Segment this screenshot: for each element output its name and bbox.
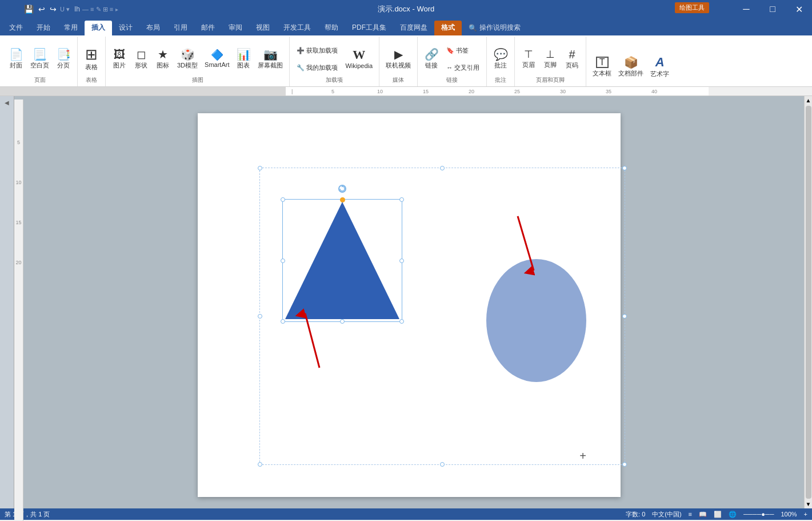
- tab-format[interactable]: 格式: [434, 21, 462, 35]
- triangle-shape[interactable]: [282, 199, 402, 322]
- zoom-slider[interactable]: ────●──: [743, 511, 774, 518]
- tab-mailings[interactable]: 邮件: [194, 21, 222, 35]
- vertical-scrollbar[interactable]: ▲ ▼: [804, 96, 812, 508]
- cross-ref-icon: ↔: [446, 64, 453, 71]
- wordart-button[interactable]: A 艺术字: [647, 50, 672, 84]
- page-break-icon: 📑: [57, 49, 71, 60]
- tab-pdf[interactable]: PDF工具集: [345, 21, 393, 35]
- header-footer-items: ⊤ 页眉 ⊥ 页脚 # 页码: [518, 38, 582, 76]
- zoom-in[interactable]: +: [804, 511, 807, 518]
- scroll-down-button[interactable]: ▼: [805, 500, 812, 508]
- view-read[interactable]: 📖: [699, 511, 707, 518]
- handle-tc[interactable]: [440, 166, 445, 170]
- plus-cursor: +: [579, 450, 586, 463]
- smartart-button[interactable]: 🔷 SmartArt: [202, 42, 232, 76]
- handle-mr[interactable]: [622, 314, 627, 319]
- shapes-icon: ◻: [137, 49, 146, 60]
- online-video-button[interactable]: ▶ 联机视频: [383, 42, 414, 76]
- bookmark-button[interactable]: 🔖 书签: [443, 45, 483, 56]
- scroll-thumb[interactable]: [806, 106, 811, 499]
- tab-home[interactable]: 开始: [30, 21, 57, 35]
- handle-br[interactable]: [622, 462, 627, 467]
- footer-icon: ⊥: [546, 49, 555, 59]
- table-icon: ⊞: [85, 47, 98, 62]
- tab-view[interactable]: 视图: [249, 21, 277, 35]
- link-button[interactable]: 🔗 链接: [421, 42, 442, 76]
- page-number-button[interactable]: # 页码: [562, 42, 582, 76]
- 3d-model-button[interactable]: 🎲 3D模型: [174, 42, 201, 76]
- get-addins-button[interactable]: ➕ 获取加载项: [293, 45, 341, 56]
- left-sidebar: ◀: [0, 96, 14, 508]
- table-group-label: 表格: [86, 76, 97, 85]
- minimize-button[interactable]: ─: [733, 0, 759, 18]
- rotation-handle[interactable]: [338, 185, 346, 193]
- table-button[interactable]: ⊞ 表格: [81, 42, 102, 76]
- view-normal[interactable]: ≡: [689, 511, 692, 518]
- arrow-up-red: [299, 308, 334, 371]
- page-break-button[interactable]: 📑 分页: [53, 42, 74, 76]
- picture-icon: 🖼: [114, 49, 125, 60]
- sidebar-toggle[interactable]: ◀: [3, 98, 10, 107]
- redo-button[interactable]: ↪: [49, 3, 58, 15]
- tab-common[interactable]: 常用: [57, 21, 85, 35]
- arrow-down-red: [512, 213, 546, 276]
- shapes-button[interactable]: ◻ 形状: [131, 42, 151, 76]
- drawing-tools-label: 绘图工具: [675, 2, 709, 13]
- addins-items: ➕ 获取加载项 🔧 我的加载项 W Wikipedia: [293, 38, 375, 76]
- tab-developer[interactable]: 开发工具: [277, 21, 318, 35]
- handle-bl[interactable]: [258, 462, 262, 467]
- view-web[interactable]: 🌐: [729, 511, 737, 518]
- tab-references[interactable]: 引用: [167, 21, 194, 35]
- vertical-ruler: 5 10 15 20: [14, 100, 23, 508]
- view-layout[interactable]: ⬜: [714, 511, 722, 518]
- blank-page-icon: 📃: [33, 49, 47, 60]
- handle-tr[interactable]: [622, 166, 627, 170]
- ribbon-group-header-footer: ⊤ 页眉 ⊥ 页脚 # 页码 页眉和页脚: [515, 37, 586, 86]
- tab-search[interactable]: 🔍 操作说明搜索: [462, 21, 527, 35]
- tab-review[interactable]: 审阅: [222, 21, 249, 35]
- table-items: ⊞ 表格: [81, 38, 102, 76]
- doc-parts-button[interactable]: 📦 文档部件: [615, 50, 646, 84]
- picture-button[interactable]: 🖼 图片: [109, 42, 130, 76]
- blank-page-button[interactable]: 📃 空白页: [27, 42, 52, 76]
- comment-button[interactable]: 💬 批注: [490, 42, 511, 76]
- my-addins-button[interactable]: 🔧 我的加载项: [293, 62, 341, 73]
- tab-design[interactable]: 设计: [112, 21, 139, 35]
- save-button[interactable]: 💾: [23, 3, 35, 15]
- page-info: 第 1 页，共 1 页: [5, 510, 50, 519]
- tab-help[interactable]: 帮助: [318, 21, 345, 35]
- links-group-label: 链接: [446, 76, 458, 85]
- header-footer-group-label: 页眉和页脚: [536, 76, 565, 85]
- footer-button[interactable]: ⊥ 页脚: [540, 42, 561, 76]
- svg-line-5: [518, 216, 534, 271]
- ribbon-group-media: ▶ 联机视频 媒体: [379, 37, 418, 86]
- handle-tl[interactable]: [258, 166, 262, 170]
- ellipse-shape[interactable]: [486, 259, 586, 382]
- document-area[interactable]: 5 10 15 20: [14, 96, 804, 508]
- tab-baidu[interactable]: 百度网盘: [393, 21, 434, 35]
- chart-button[interactable]: 📊 图表: [233, 42, 254, 76]
- chart-icon: 📊: [237, 49, 251, 60]
- cover-icon: 📄: [9, 49, 23, 60]
- close-button[interactable]: ✕: [786, 0, 812, 18]
- handle-bc[interactable]: [440, 462, 445, 467]
- page-items: 📄 封面 📃 空白页 📑 分页: [6, 38, 74, 76]
- header-button[interactable]: ⊤ 页眉: [518, 42, 539, 76]
- bookmark-icon: 🔖: [446, 47, 454, 54]
- language-indicator: 中文(中国): [652, 510, 681, 519]
- tab-insert[interactable]: 插入: [85, 21, 112, 35]
- undo-button[interactable]: ↩: [37, 3, 46, 15]
- icons-icon: ★: [158, 49, 168, 60]
- maximize-button[interactable]: □: [759, 0, 786, 18]
- page-group-label: 页面: [34, 76, 46, 85]
- wikipedia-button[interactable]: W Wikipedia: [342, 42, 375, 76]
- cross-ref-button[interactable]: ↔ 交叉引用: [443, 62, 483, 73]
- tab-layout[interactable]: 布局: [139, 21, 167, 35]
- handle-ml[interactable]: [258, 314, 262, 319]
- scroll-up-button[interactable]: ▲: [805, 96, 812, 105]
- text-box-button[interactable]: T 文本框: [590, 50, 614, 84]
- tab-file[interactable]: 文件: [2, 21, 30, 35]
- cover-page-button[interactable]: 📄 封面: [6, 42, 26, 76]
- icons-button[interactable]: ★ 图标: [153, 42, 173, 76]
- screenshot-button[interactable]: 📷 屏幕截图: [255, 42, 286, 76]
